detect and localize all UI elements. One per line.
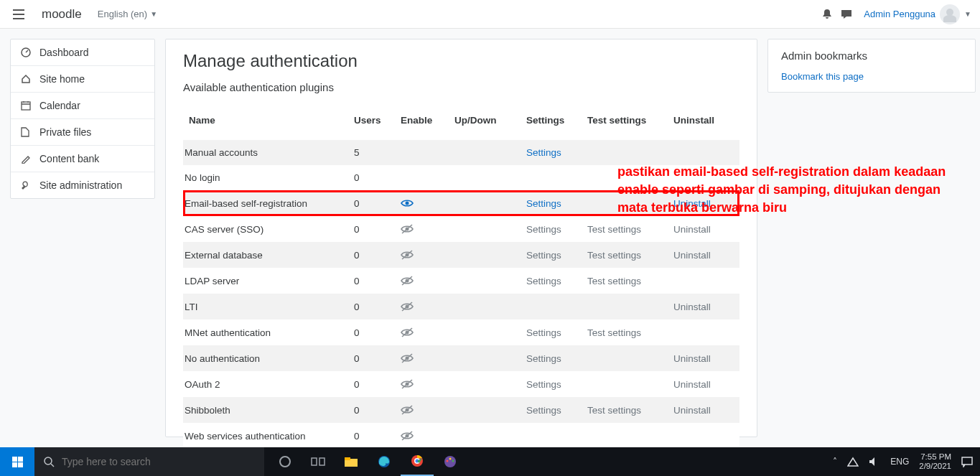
th-uninstall: Uninstall: [668, 108, 739, 140]
sidebar: Dashboard Site home Calendar Private fil…: [0, 29, 165, 447]
svg-rect-35: [962, 457, 972, 465]
notifications-icon[interactable]: [822, 9, 841, 20]
eye-closed-icon[interactable]: [401, 353, 443, 364]
eye-closed-icon[interactable]: [401, 275, 443, 286]
svg-point-21: [45, 457, 52, 465]
sidebar-item-label: Site administration: [39, 179, 122, 191]
edge-icon[interactable]: [368, 447, 401, 476]
svg-point-22: [280, 457, 290, 467]
taskbar-search[interactable]: [34, 447, 264, 476]
table-row: MNet authentication0SettingsTest setting…: [183, 319, 739, 345]
brand-name[interactable]: moodle: [42, 7, 82, 22]
messages-icon[interactable]: [841, 9, 859, 19]
cell-updown: [449, 294, 521, 319]
eye-open-icon[interactable]: [401, 197, 443, 209]
cell-enable: [395, 319, 449, 345]
cell-users: 0: [348, 216, 395, 242]
taskbar-clock[interactable]: 7:55 PM 2/9/2021: [919, 452, 951, 471]
system-tray: ˄ ENG 7:55 PM 2/9/2021: [833, 452, 980, 471]
start-button[interactable]: [0, 447, 34, 476]
eye-closed-icon[interactable]: [401, 223, 443, 235]
content-wrap: Manage authentication Available authenti…: [165, 29, 980, 447]
sidebar-item-site-home[interactable]: Site home: [11, 65, 154, 92]
language-selector[interactable]: English (en) ▼: [98, 9, 157, 19]
caret-down-icon: ▼: [150, 10, 157, 18]
cell-settings: [521, 165, 582, 190]
avatar[interactable]: [940, 4, 960, 24]
eye-closed-icon[interactable]: [401, 301, 443, 312]
sidebar-item-private-files[interactable]: Private files: [11, 118, 154, 145]
cell-enable: [395, 242, 449, 268]
cortana-icon[interactable]: [269, 447, 302, 476]
cell-name: Web services authentication: [183, 423, 348, 447]
taskbar-search-input[interactable]: [62, 456, 256, 467]
taskbar-date: 2/9/2021: [919, 462, 951, 471]
cell-enable: [395, 397, 449, 423]
eye-closed-icon[interactable]: [401, 249, 443, 261]
tray-chevron-icon[interactable]: ˄: [833, 457, 837, 467]
eye-closed-icon[interactable]: [401, 430, 443, 442]
calendar-icon: [21, 101, 32, 111]
user-menu-caret-icon[interactable]: ▼: [964, 10, 971, 18]
table-row: No authentication0SettingsUninstall: [183, 345, 739, 371]
cell-settings: Settings: [521, 319, 582, 345]
cell-users: 0: [348, 294, 395, 319]
table-row: LTI0Uninstall: [183, 294, 739, 319]
network-icon[interactable]: [847, 457, 859, 467]
task-view-icon[interactable]: [302, 447, 335, 476]
cell-users: 0: [348, 397, 395, 423]
home-icon: [21, 74, 32, 84]
settings-link[interactable]: Settings: [526, 147, 561, 158]
cell-settings: [521, 294, 582, 319]
cell-enable: [395, 371, 449, 397]
windows-taskbar: ˄ ENG 7:55 PM 2/9/2021: [0, 447, 980, 476]
table-row: External database0SettingsTest settingsU…: [183, 242, 739, 268]
sidebar-item-calendar[interactable]: Calendar: [11, 92, 154, 118]
language-label: English (en): [98, 9, 147, 19]
eye-closed-icon[interactable]: [401, 404, 443, 416]
instructional-annotation: pastikan email-based self-registration d…: [617, 163, 962, 218]
sidebar-item-label: Private files: [39, 126, 91, 138]
cell-name: Shibboleth: [183, 397, 348, 423]
bookmark-this-page-link[interactable]: Bookmark this page: [781, 71, 864, 82]
tray-lang[interactable]: ENG: [890, 457, 909, 467]
aside: Admin bookmarks Bookmark this page: [767, 39, 976, 437]
cell-updown: [449, 242, 521, 268]
cell-uninstall: Uninstall: [668, 216, 739, 242]
cell-uninstall: Uninstall: [668, 397, 739, 423]
cell-name: OAuth 2: [183, 371, 348, 397]
svg-point-34: [452, 460, 454, 462]
sidebar-item-dashboard[interactable]: Dashboard: [11, 39, 154, 65]
action-center-icon[interactable]: [961, 456, 973, 467]
user-menu-name[interactable]: Admin Pengguna: [864, 9, 935, 19]
cell-uninstall: [668, 268, 739, 294]
admin-bookmarks-title: Admin bookmarks: [781, 50, 962, 62]
eye-closed-icon[interactable]: [401, 378, 443, 390]
uninstall-link: Uninstall: [673, 250, 711, 261]
sidebar-item-label: Calendar: [39, 100, 80, 111]
page: Dashboard Site home Calendar Private fil…: [0, 29, 980, 447]
cell-test: Test settings: [582, 268, 668, 294]
settings-link: Settings: [526, 379, 561, 390]
sidebar-item-content-bank[interactable]: Content bank: [11, 145, 154, 172]
chrome-icon[interactable]: [401, 447, 434, 476]
uninstall-link: Uninstall: [673, 224, 711, 235]
uninstall-link: Uninstall: [673, 353, 711, 364]
volume-icon[interactable]: [869, 457, 880, 467]
settings-link[interactable]: Settings: [526, 198, 561, 209]
cell-users: 0: [348, 345, 395, 371]
cell-uninstall: [668, 319, 739, 345]
section-title: Available authentication plugins: [183, 81, 739, 93]
uninstall-link: Uninstall: [673, 302, 711, 312]
nav-drawer-toggle[interactable]: [9, 4, 29, 24]
svg-point-32: [447, 460, 449, 462]
cell-updown: [449, 345, 521, 371]
file-explorer-icon[interactable]: [335, 447, 368, 476]
sidebar-item-site-admin[interactable]: Site administration: [11, 172, 154, 198]
cell-enable: [395, 165, 449, 190]
table-row: OAuth 20SettingsUninstall: [183, 371, 739, 397]
paint-app-icon[interactable]: [434, 447, 467, 476]
cell-settings: Settings: [521, 371, 582, 397]
eye-closed-icon[interactable]: [401, 327, 443, 338]
cell-users: 0: [348, 371, 395, 397]
